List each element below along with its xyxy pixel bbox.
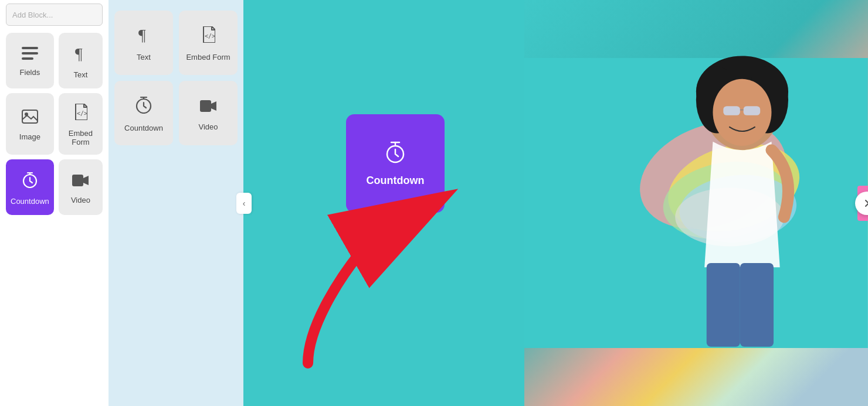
middle-item-embedform[interactable]: </> Embed Form [179,11,238,75]
svg-rect-1 [22,52,38,54]
svg-text:</>: </> [205,33,215,39]
middle-item-text[interactable]: ¶ Text [114,11,173,75]
middle-countdown-icon [135,96,152,118]
fields-icon [22,47,38,63]
middle-item-countdown-label: Countdown [124,124,163,132]
woman-image [524,0,868,406]
middle-panel: ‹ ¶ Text </> Embed Form [108,0,243,406]
block-item-fields-label: Fields [20,68,40,77]
block-item-text[interactable]: ¶ Text [59,33,103,88]
svg-rect-27 [707,263,740,347]
svg-rect-8 [72,175,83,186]
block-item-embedform-label: Embed Form [63,129,98,146]
block-item-embedform[interactable]: </> Embed Form [59,93,103,155]
canvas-countdown-label: Countdown [367,175,425,187]
search-placeholder: Add Block... [12,11,53,19]
middle-embedform-icon: </> [201,26,215,47]
svg-text:</>: </> [77,110,87,117]
middle-item-embedform-label: Embed Form [186,53,230,62]
text-icon: ¶ [74,45,87,66]
block-item-text-label: Text [73,70,87,79]
svg-rect-24 [724,106,741,115]
block-item-fields[interactable]: Fields [6,33,54,88]
middle-video-icon [199,98,217,117]
svg-point-23 [713,79,772,146]
svg-rect-0 [22,47,38,49]
svg-rect-2 [22,57,33,60]
search-bar[interactable]: Add Block... [6,4,103,26]
block-item-video[interactable]: Video [59,159,103,215]
svg-text:¶: ¶ [138,26,146,43]
block-item-countdown[interactable]: Countdown [6,159,54,215]
middle-item-countdown[interactable]: Countdown [114,81,173,145]
middle-item-text-label: Text [137,53,151,62]
embedform-icon: </> [73,104,87,124]
middle-item-video-label: Video [198,122,218,131]
image-icon [22,110,38,128]
block-item-image[interactable]: Image [6,93,54,155]
block-grid: Fields ¶ Text Image [6,33,103,215]
block-item-video-label: Video [71,196,90,204]
svg-rect-12 [200,100,211,112]
svg-rect-25 [744,106,761,115]
main-canvas: Countdown [243,0,868,406]
woman-svg [524,0,868,406]
middle-text-icon: ¶ [137,26,150,47]
collapse-button[interactable]: ‹ [236,193,252,214]
left-panel: Add Block... Fields ¶ Text [0,0,108,406]
middle-block-grid: ¶ Text </> Embed Form [114,11,238,145]
countdown-icon-left [22,172,38,192]
middle-item-video[interactable]: Video [179,81,238,145]
video-icon [72,173,89,191]
svg-text:¶: ¶ [75,45,83,62]
svg-rect-4 [22,110,38,123]
block-item-image-label: Image [19,132,40,141]
canvas-countdown-icon [384,140,407,169]
canvas-countdown-block[interactable]: Countdown [346,114,445,213]
svg-rect-28 [740,263,774,347]
block-item-countdown-label: Countdown [11,197,49,206]
